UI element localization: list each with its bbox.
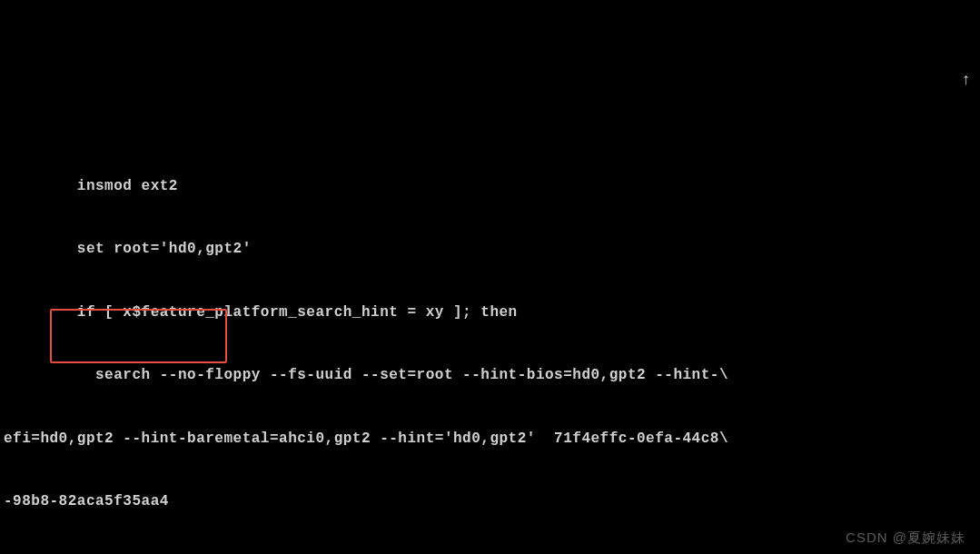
grub-line: -98b8-82aca5f35aa4 [4,491,976,512]
grub-line: set root='hd0,gpt2' [4,239,976,260]
grub-line: search --no-floppy --fs-uuid --set=root … [4,365,976,386]
terminal-editor[interactable]: insmod ext2 set root='hd0,gpt2' if [ x$f… [0,0,980,554]
watermark-text: CSDN @夏婉妹妹 [846,529,965,547]
scroll-up-icon: ↑ [961,71,971,89]
grub-line: insmod ext2 [4,176,976,197]
grub-line: if [ x$feature_platform_search_hint = xy… [4,302,976,323]
grub-line: efi=hd0,gpt2 --hint-baremetal=ahci0,gpt2… [4,429,976,450]
